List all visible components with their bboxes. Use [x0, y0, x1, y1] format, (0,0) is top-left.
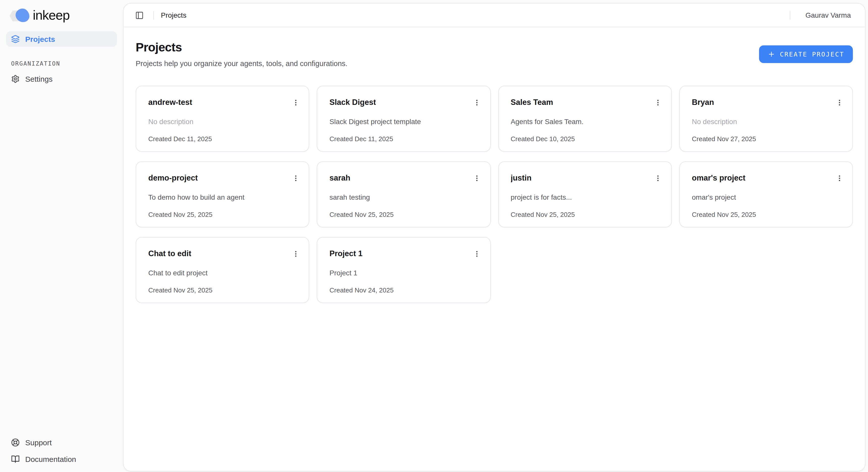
sidebar-section-organization: ORGANIZATION: [11, 60, 117, 67]
inkeep-logo-icon: [9, 8, 30, 23]
project-description: Slack Digest project template: [330, 117, 480, 127]
project-card-header: sarah: [330, 172, 480, 184]
layers-icon: [11, 35, 20, 43]
sidebar-item-label: Support: [25, 438, 52, 447]
app-root: inkeep Projects ORGANIZATION Settings: [0, 0, 868, 472]
sidebar-item-settings[interactable]: Settings: [6, 71, 117, 87]
page-header: Projects Projects help you organize your…: [136, 40, 853, 68]
project-created-date: Created Nov 25, 2025: [511, 211, 661, 218]
sidebar-spacer: [6, 87, 117, 435]
project-created-date: Created Dec 11, 2025: [330, 135, 480, 143]
project-menu-button[interactable]: [290, 96, 302, 108]
project-description: To demo how to build an agent: [148, 192, 299, 202]
breadcrumb: Projects: [161, 11, 186, 19]
more-vertical-icon: [835, 99, 843, 106]
project-card-header: Sales Team: [511, 97, 661, 108]
project-name: omar's project: [692, 172, 745, 184]
project-name: Bryan: [692, 97, 714, 108]
sidebar-item-projects[interactable]: Projects: [6, 31, 117, 47]
project-created-date: Created Dec 11, 2025: [148, 135, 299, 143]
project-card-header: justin: [511, 172, 661, 184]
create-project-button[interactable]: CREATE PROJECT: [759, 45, 853, 63]
sidebar-toggle-button[interactable]: [132, 8, 146, 22]
create-project-label: CREATE PROJECT: [780, 50, 844, 58]
project-created-date: Created Nov 25, 2025: [148, 286, 299, 294]
book-open-icon: [11, 455, 20, 464]
project-created-date: Created Nov 25, 2025: [692, 211, 842, 218]
project-card-header: Slack Digest: [330, 97, 480, 108]
more-vertical-icon: [835, 174, 843, 182]
project-card[interactable]: Chat to edit Chat to edit project Create…: [136, 237, 309, 303]
project-card-header: Project 1: [330, 248, 480, 260]
project-menu-button[interactable]: [290, 172, 302, 184]
content-area: Projects Projects help you organize your…: [124, 27, 865, 471]
project-description: No description: [148, 117, 299, 127]
project-card-header: Bryan: [692, 97, 842, 108]
project-card[interactable]: omar's project omar's project Created No…: [679, 161, 853, 227]
project-card[interactable]: Slack Digest Slack Digest project templa…: [317, 86, 491, 152]
topbar-divider: [153, 11, 154, 20]
project-card[interactable]: Bryan No description Created Nov 27, 202…: [679, 86, 853, 152]
plus-icon: [768, 50, 775, 58]
sidebar-item-label: Documentation: [25, 455, 76, 464]
project-card[interactable]: demo-project To demo how to build an age…: [136, 161, 309, 227]
project-menu-button[interactable]: [833, 172, 845, 184]
project-card-header: demo-project: [148, 172, 299, 184]
project-card[interactable]: Sales Team Agents for Sales Team. Create…: [498, 86, 672, 152]
brand-name: inkeep: [33, 8, 70, 23]
project-description: Chat to edit project: [148, 268, 299, 278]
sidebar-item-support[interactable]: Support: [6, 435, 117, 450]
project-menu-button[interactable]: [471, 96, 483, 108]
life-buoy-icon: [11, 438, 20, 447]
sidebar-item-documentation[interactable]: Documentation: [6, 451, 117, 467]
sidebar: inkeep Projects ORGANIZATION Settings: [0, 0, 123, 472]
project-name: demo-project: [148, 172, 198, 184]
project-description: No description: [692, 117, 842, 127]
project-menu-button[interactable]: [652, 96, 664, 108]
main-panel: Projects Gaurav Varma Projects Projects …: [123, 3, 866, 472]
project-name: sarah: [330, 172, 350, 184]
project-created-date: Created Nov 25, 2025: [330, 211, 480, 218]
topbar-user-divider: [790, 11, 790, 20]
project-name: Chat to edit: [148, 248, 191, 259]
user-menu[interactable]: Gaurav Varma: [805, 11, 851, 19]
project-card[interactable]: andrew-test No description Created Dec 1…: [136, 86, 309, 152]
more-vertical-icon: [292, 250, 300, 257]
projects-grid: andrew-test No description Created Dec 1…: [136, 86, 853, 303]
project-card-header: Chat to edit: [148, 248, 299, 260]
more-vertical-icon: [473, 99, 480, 106]
more-vertical-icon: [473, 174, 480, 182]
topbar: Projects Gaurav Varma: [124, 3, 865, 27]
project-created-date: Created Dec 10, 2025: [511, 135, 661, 143]
project-description: sarah testing: [330, 192, 480, 202]
project-card[interactable]: sarah sarah testing Created Nov 25, 2025: [317, 161, 491, 227]
project-menu-button[interactable]: [471, 172, 483, 184]
project-created-date: Created Nov 24, 2025: [330, 286, 480, 294]
project-card-header: omar's project: [692, 172, 842, 184]
project-card[interactable]: Project 1 Project 1 Created Nov 24, 2025: [317, 237, 491, 303]
project-name: Sales Team: [511, 97, 553, 108]
project-name: Slack Digest: [330, 97, 376, 108]
project-card-header: andrew-test: [148, 97, 299, 108]
project-card[interactable]: justin project is for facts... Created N…: [498, 161, 672, 227]
more-vertical-icon: [292, 99, 300, 106]
project-menu-button[interactable]: [290, 248, 302, 260]
brand-logo[interactable]: inkeep: [6, 7, 117, 24]
page-title: Projects: [136, 40, 347, 55]
sidebar-item-label: Projects: [25, 35, 55, 43]
project-description: project is for facts...: [511, 192, 661, 202]
more-vertical-icon: [654, 174, 662, 182]
more-vertical-icon: [292, 174, 300, 182]
project-name: Project 1: [330, 248, 363, 259]
panel-left-icon: [135, 11, 144, 20]
project-menu-button[interactable]: [471, 248, 483, 260]
project-description: omar's project: [692, 192, 842, 202]
sidebar-item-label: Settings: [25, 75, 53, 83]
project-created-date: Created Nov 25, 2025: [148, 211, 299, 218]
more-vertical-icon: [654, 99, 662, 106]
project-menu-button[interactable]: [833, 96, 845, 108]
project-menu-button[interactable]: [652, 172, 664, 184]
project-created-date: Created Nov 27, 2025: [692, 135, 842, 143]
project-description: Project 1: [330, 268, 480, 278]
more-vertical-icon: [473, 250, 480, 257]
